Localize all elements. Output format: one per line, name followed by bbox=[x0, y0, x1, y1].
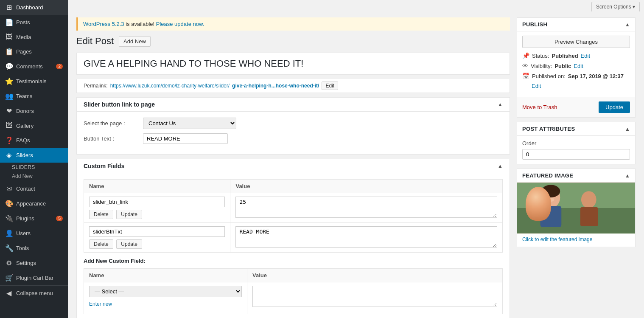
publish-header[interactable]: Publish ▲ bbox=[517, 18, 635, 31]
dashboard-icon: ⊞ bbox=[5, 3, 13, 11]
wp-version-link[interactable]: WordPress 5.2.3 bbox=[83, 21, 124, 27]
featured-image-toggle[interactable]: ▲ bbox=[625, 173, 630, 179]
preview-changes-button[interactable]: Preview Changes bbox=[522, 36, 630, 48]
sidebar-item-label: Contact bbox=[16, 186, 35, 192]
sidebar-item-settings[interactable]: ⚙ Settings bbox=[0, 256, 68, 270]
cf-name-1-input[interactable] bbox=[89, 197, 225, 207]
status-icon: 📌 bbox=[522, 52, 529, 59]
add-new-button[interactable]: Add New bbox=[119, 36, 151, 47]
move-to-trash-link[interactable]: Move to Trash bbox=[522, 104, 557, 110]
enter-new-link[interactable]: Enter new bbox=[89, 301, 112, 307]
featured-image-edit-link[interactable]: Click to edit the featured image bbox=[522, 236, 592, 242]
screen-options-button[interactable]: Screen Options ▾ bbox=[591, 2, 640, 11]
svg-rect-3 bbox=[540, 206, 562, 227]
comments-icon: 💬 bbox=[5, 62, 13, 70]
featured-image-thumbnail[interactable] bbox=[517, 183, 635, 234]
page-title: Edit Post bbox=[76, 36, 114, 47]
sliders-subitem-label[interactable]: Sliders bbox=[12, 164, 35, 170]
slider-box-toggle[interactable]: ▲ bbox=[498, 101, 503, 107]
sidebar-item-label: Gallery bbox=[16, 123, 34, 129]
update-notice: WordPress 5.2.3 is available! Please upd… bbox=[76, 17, 510, 31]
add-cf-value-cell bbox=[247, 282, 503, 314]
post-title-input[interactable] bbox=[84, 58, 503, 69]
svg-point-6 bbox=[581, 191, 596, 208]
add-new-cf-section: Add New Custom Field: Name Value bbox=[84, 258, 503, 318]
status-edit-link[interactable]: Edit bbox=[581, 53, 590, 59]
add-new-subitem-label: Add New bbox=[12, 173, 33, 179]
order-label: Order bbox=[522, 140, 630, 146]
cf-value-1-textarea[interactable]: 25 bbox=[235, 197, 497, 218]
sidebar-item-posts[interactable]: 📄 Posts bbox=[0, 15, 68, 30]
cf-update-2-button[interactable]: Update bbox=[116, 239, 142, 249]
order-input[interactable] bbox=[522, 149, 630, 160]
published-edit-link[interactable]: Edit bbox=[532, 83, 541, 89]
update-button[interactable]: Update bbox=[599, 101, 630, 113]
sidebar-item-plugins[interactable]: 🔌 Plugins 5 bbox=[0, 211, 68, 226]
plugin-cart-icon: 🛒 bbox=[5, 274, 13, 282]
calendar-icon: 📅 bbox=[522, 73, 529, 79]
slider-box-content: Select the page : Contact Us Home About … bbox=[77, 112, 510, 154]
publish-toggle[interactable]: ▲ bbox=[625, 22, 630, 28]
select-page-dropdown[interactable]: Contact Us Home About bbox=[143, 118, 236, 129]
sidebar-item-pages[interactable]: 📋 Pages bbox=[0, 44, 68, 59]
users-icon: 👤 bbox=[5, 229, 13, 237]
cf-update-1-button[interactable]: Update bbox=[116, 210, 142, 219]
sidebar-item-contact[interactable]: ✉ Contact bbox=[0, 181, 68, 196]
permalink-slug[interactable]: give-a-helping-h...hose-who-need-it/ bbox=[232, 83, 319, 89]
sidebar-item-sliders[interactable]: ◈ Sliders bbox=[0, 148, 68, 163]
cf-value-2-textarea[interactable]: READ MORE bbox=[235, 226, 497, 248]
gallery-icon: 🖼 bbox=[5, 122, 13, 129]
sliders-icon: ◈ bbox=[5, 151, 13, 159]
visibility-row: 👁 Visibility: Public Edit bbox=[522, 62, 630, 69]
collapse-menu[interactable]: ◀ Collapse menu bbox=[0, 285, 68, 301]
add-cf-value-textarea[interactable] bbox=[252, 286, 497, 307]
sidebar-item-label: Comments bbox=[16, 63, 43, 70]
post-attributes-toggle[interactable]: ▲ bbox=[625, 126, 630, 132]
cf-row-2-name-cell: Delete Update bbox=[84, 223, 230, 253]
sidebar-item-testimonials[interactable]: ⭐ Testimonials bbox=[0, 74, 68, 89]
sidebar-item-label: Plugin Cart Bar bbox=[16, 275, 53, 281]
sidebar-item-tools[interactable]: 🔧 Tools bbox=[0, 241, 68, 256]
visibility-edit-link[interactable]: Edit bbox=[574, 63, 583, 69]
sidebar-item-gallery[interactable]: 🖼 Gallery bbox=[0, 118, 68, 133]
sidebar-item-dashboard[interactable]: ⊞ Dashboard bbox=[0, 0, 68, 15]
sidebar-item-media[interactable]: 🖼 Media bbox=[0, 30, 68, 44]
publish-content: Preview Changes 📌 Status: Published Edit… bbox=[517, 31, 635, 97]
sidebar-item-appearance[interactable]: 🎨 Appearance bbox=[0, 196, 68, 211]
cf-delete-2-button[interactable]: Delete bbox=[89, 239, 113, 249]
sidebar-item-users[interactable]: 👤 Users bbox=[0, 226, 68, 241]
sidebar-item-label: Dashboard bbox=[16, 4, 43, 11]
button-text-input[interactable] bbox=[143, 133, 228, 144]
permalink-edit-button[interactable]: Edit bbox=[322, 82, 338, 90]
custom-fields-header[interactable]: Custom Fields ▲ bbox=[77, 159, 510, 173]
slider-box-title: Slider button link to page bbox=[84, 101, 155, 108]
featured-image-content: Click to edit the featured image bbox=[517, 183, 635, 247]
custom-fields-toggle[interactable]: ▲ bbox=[498, 163, 503, 169]
sidebar-item-donors[interactable]: ❤ Donors bbox=[0, 104, 68, 118]
sidebar-item-label: Teams bbox=[16, 93, 32, 99]
custom-fields-meta-box: Custom Fields ▲ Name Value bbox=[76, 159, 510, 318]
visibility-value: Public bbox=[554, 63, 571, 69]
main-content: Screen Options ▾ WordPress 5.2.3 is avai… bbox=[68, 0, 644, 318]
collapse-label: Collapse menu bbox=[16, 290, 53, 296]
select-page-row: Select the page : Contact Us Home About bbox=[84, 118, 503, 129]
update-now-link[interactable]: Please update now. bbox=[156, 21, 204, 27]
sidebar-item-faqs[interactable]: ❓ FAQs bbox=[0, 133, 68, 148]
sidebar-item-teams[interactable]: 👥 Teams bbox=[0, 89, 68, 104]
cf-row-2-value-cell: READ MORE bbox=[230, 223, 503, 253]
sidebar-item-plugin-cart-bar[interactable]: 🛒 Plugin Cart Bar bbox=[0, 270, 68, 285]
cf-delete-1-button[interactable]: Delete bbox=[89, 210, 113, 219]
sidebar-item-comments[interactable]: 💬 Comments 2 bbox=[0, 59, 68, 74]
featured-image-header[interactable]: Featured Image ▲ bbox=[517, 169, 635, 183]
cf-name-2-input[interactable] bbox=[89, 226, 225, 237]
cf-name-select[interactable]: — Select — slider_btn_link sliderBtnTxt bbox=[89, 286, 242, 297]
sidebar-subitem-add-new[interactable]: Add New bbox=[0, 171, 68, 181]
permalink-base[interactable]: https://www.luzuk.com/demo/lz-charity-we… bbox=[110, 83, 230, 89]
svg-point-5 bbox=[547, 197, 554, 202]
cf-value-header: Value bbox=[230, 180, 503, 193]
donors-icon: ❤ bbox=[5, 107, 13, 115]
post-attributes-header[interactable]: Post Attributes ▲ bbox=[517, 122, 635, 136]
add-cf-table: Name Value — Select — bbox=[84, 268, 503, 314]
slider-box-header[interactable]: Slider button link to page ▲ bbox=[77, 98, 510, 112]
comments-badge: 2 bbox=[56, 64, 63, 69]
